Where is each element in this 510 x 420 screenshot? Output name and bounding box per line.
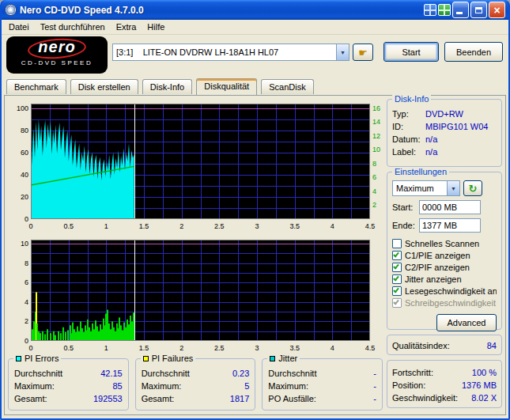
menu-datei[interactable]: Datei bbox=[3, 21, 35, 33]
end-position-input[interactable] bbox=[419, 218, 481, 233]
menu-test-durchfuehren[interactable]: Test durchführen bbox=[35, 21, 111, 33]
progress-row: Position:1376 MB bbox=[392, 379, 497, 392]
stat-label: Durchschnitt bbox=[268, 367, 316, 380]
position-value: 1376 MB bbox=[462, 379, 497, 392]
svg-text:14: 14 bbox=[372, 118, 380, 126]
titlebar[interactable]: Nero CD-DVD Speed 4.7.0.0 × bbox=[2, 0, 508, 20]
progress-label: Fortschritt: bbox=[392, 366, 433, 379]
checkbox-c1-pie[interactable]: C1/PIE anzeigen bbox=[392, 249, 497, 261]
checkbox-read-speed[interactable]: Lesegeschwindigkeit anzeigen bbox=[392, 285, 497, 297]
nero-logo-product: CD-DVD SPEED bbox=[6, 59, 108, 66]
check-icon bbox=[393, 263, 399, 269]
quality-index-label: Qualitätsindex: bbox=[392, 339, 450, 352]
menu-hilfe[interactable]: Hilfe bbox=[142, 21, 170, 33]
tab-disk-erstellen[interactable]: Disk erstellen bbox=[70, 79, 138, 94]
pi-failures-stats-title: PI Failures bbox=[152, 354, 194, 363]
svg-text:3.5: 3.5 bbox=[289, 222, 300, 230]
minimize-icon bbox=[456, 12, 463, 14]
tab-disk-info[interactable]: Disk-Info bbox=[142, 79, 192, 94]
tab-scandisk[interactable]: ScanDisk bbox=[261, 79, 313, 94]
disk-info-group: Disk-Info Typ:DVD+RW ID:MBIPG101 W04 Dat… bbox=[387, 99, 502, 167]
svg-text:4: 4 bbox=[372, 187, 376, 195]
refresh-button[interactable]: ↻ bbox=[463, 180, 482, 196]
chevron-down-icon[interactable]: ▼ bbox=[447, 181, 459, 195]
disk-info-label: Typ: bbox=[392, 108, 425, 120]
checkbox-box[interactable] bbox=[392, 298, 402, 308]
stat-row: Maximum:- bbox=[268, 380, 376, 392]
tab-benchmark[interactable]: Benchmark bbox=[6, 79, 66, 94]
position-label: Position: bbox=[392, 379, 425, 392]
tab-diskqualitaet[interactable]: Diskqualität bbox=[196, 78, 257, 95]
checkbox-box[interactable] bbox=[392, 239, 402, 248]
svg-text:3: 3 bbox=[255, 344, 259, 352]
disk-type-value: DVD+RW bbox=[425, 108, 463, 120]
stat-row: Gesamt:1817 bbox=[142, 392, 250, 405]
disk-label-value: n/a bbox=[425, 146, 437, 158]
svg-text:1.5: 1.5 bbox=[139, 222, 149, 230]
checkbox-box[interactable] bbox=[392, 263, 402, 272]
stat-value: 85 bbox=[112, 380, 122, 392]
progress-row: Fortschritt:100 % bbox=[392, 366, 497, 379]
drive-tool-button[interactable]: ☛ bbox=[353, 44, 373, 61]
checkbox-box[interactable] bbox=[392, 251, 402, 260]
pi-failures-chart-svg: 024681000.511.522.533.544.5 bbox=[8, 236, 383, 355]
menu-extra[interactable]: Extra bbox=[111, 21, 142, 33]
svg-text:80: 80 bbox=[21, 127, 28, 134]
drive-selector-value: [3:1] LITE-ON DVDRW LH-18A1H HL07 bbox=[113, 47, 336, 57]
checkbox-label: C1/PIE anzeigen bbox=[405, 251, 470, 260]
svg-text:3.5: 3.5 bbox=[289, 344, 300, 352]
checkbox-write-speed[interactable]: Schreibgeschwindigkeit anzeigen bbox=[392, 297, 497, 308]
svg-text:60: 60 bbox=[21, 149, 28, 157]
app-window: Nero CD-DVD Speed 4.7.0.0 × Datei Test d… bbox=[0, 0, 510, 420]
pi-errors-chart-svg: 02040608010000.511.522.533.544.524681012… bbox=[8, 99, 383, 235]
advanced-button[interactable]: Advanced bbox=[436, 314, 497, 331]
stats-row: PI Errors Durchschnitt42.15 Maximum:85 G… bbox=[8, 358, 383, 411]
svg-text:4: 4 bbox=[25, 298, 28, 306]
svg-text:1.5: 1.5 bbox=[139, 344, 149, 352]
svg-text:4.5: 4.5 bbox=[365, 222, 376, 230]
pi-failures-stats-group: PI Failures Durchschnitt0.23 Maximum:5 G… bbox=[135, 358, 256, 411]
menubar: Datei Test durchführen Extra Hilfe bbox=[2, 20, 508, 35]
checkbox-box[interactable] bbox=[392, 274, 402, 284]
nero-logo-brand: nero bbox=[38, 38, 75, 55]
speed-select-value: Maximum bbox=[393, 184, 447, 193]
checkbox-jitter[interactable]: Jitter anzeigen bbox=[392, 273, 497, 285]
maximize-button[interactable] bbox=[470, 2, 487, 18]
maximize-icon bbox=[475, 7, 482, 13]
svg-text:1: 1 bbox=[104, 222, 108, 230]
checkbox-label: Jitter anzeigen bbox=[405, 274, 462, 284]
check-icon bbox=[393, 298, 399, 305]
checkbox-fast-scan[interactable]: Schnelles Scannen bbox=[392, 237, 497, 249]
chevron-down-icon[interactable]: ▼ bbox=[336, 44, 349, 60]
jitter-color-swatch bbox=[270, 356, 275, 361]
checkbox-c2-pif[interactable]: C2/PIF anzeigen bbox=[392, 261, 497, 273]
titlebar-extra-icon-blue[interactable] bbox=[424, 4, 436, 16]
minimize-button[interactable] bbox=[452, 2, 469, 18]
disk-date-value: n/a bbox=[425, 133, 437, 146]
speed-select[interactable]: Maximum ▼ bbox=[392, 180, 460, 196]
pi-errors-stats-group: PI Errors Durchschnitt42.15 Maximum:85 G… bbox=[8, 358, 129, 411]
toolbar: nero CD-DVD SPEED [3:1] LITE-ON DVDRW LH… bbox=[2, 35, 508, 78]
start-button[interactable]: Start bbox=[383, 42, 439, 62]
stat-value: 1817 bbox=[230, 392, 249, 405]
stat-value: 0.23 bbox=[232, 367, 249, 380]
svg-text:10: 10 bbox=[372, 146, 380, 153]
drive-selector[interactable]: [3:1] LITE-ON DVDRW LH-18A1H HL07 ▼ bbox=[112, 44, 349, 61]
check-icon bbox=[393, 274, 399, 281]
checkbox-label: C2/PIF anzeigen bbox=[405, 263, 470, 272]
close-button[interactable]: × bbox=[489, 2, 505, 18]
start-position-input[interactable] bbox=[419, 200, 481, 214]
stat-value: - bbox=[373, 380, 376, 392]
svg-text:4: 4 bbox=[331, 344, 334, 352]
end-label: Ende: bbox=[392, 221, 419, 230]
checkbox-box[interactable] bbox=[392, 286, 402, 296]
progress-row: Geschwindigkeit:8.02 X bbox=[392, 392, 497, 404]
svg-text:6: 6 bbox=[372, 173, 376, 181]
disk-info-row: Label:n/a bbox=[392, 146, 497, 158]
quit-button[interactable]: Beenden bbox=[444, 42, 503, 62]
svg-text:4: 4 bbox=[331, 222, 334, 230]
svg-text:0.5: 0.5 bbox=[63, 222, 74, 230]
check-icon bbox=[393, 251, 399, 257]
titlebar-extra-icon-green[interactable] bbox=[438, 4, 451, 16]
checkbox-label: Lesegeschwindigkeit anzeigen bbox=[405, 286, 497, 296]
